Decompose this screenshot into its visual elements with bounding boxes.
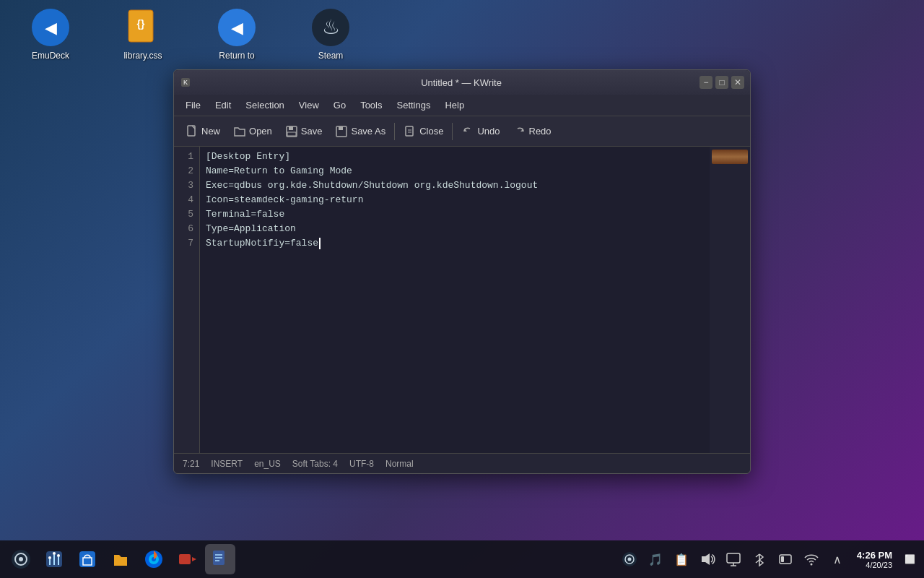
steam-label: Steam xyxy=(318,51,344,61)
tray-bluetooth[interactable] xyxy=(749,548,770,570)
editor-content[interactable]: [Desktop Entry] Name=Return to Gaming Mo… xyxy=(200,147,710,453)
close-button[interactable]: ✕ xyxy=(731,76,744,89)
editor-line-6: Type=Application xyxy=(206,222,704,236)
save-as-icon xyxy=(335,125,348,138)
svg-rect-37 xyxy=(179,554,191,564)
line-numbers: 1 2 3 4 5 6 7 xyxy=(174,147,200,453)
new-label: New xyxy=(201,126,220,137)
toolbar-separator-1 xyxy=(394,123,395,140)
menu-file[interactable]: File xyxy=(180,98,206,112)
tray-volume[interactable] xyxy=(697,548,718,570)
editor-line-4: Icon=steamdeck-gaming-return xyxy=(206,193,704,207)
svg-text:{}: {} xyxy=(137,18,145,30)
toolbar-separator-2 xyxy=(452,123,453,140)
svg-point-52 xyxy=(810,564,812,566)
save-as-button[interactable]: Save As xyxy=(329,122,391,141)
undo-button[interactable]: Undo xyxy=(456,122,505,141)
svg-text:♨: ♨ xyxy=(322,16,340,38)
clock-time: 4:26 PM xyxy=(857,550,892,561)
editor-line-2: Name=Return to Gaming Mode xyxy=(206,164,704,178)
taskbar-firefox[interactable] xyxy=(139,544,169,574)
status-indent: Soft Tabs: 4 xyxy=(292,459,338,469)
editor-line-7: StartupNotifiy=false xyxy=(206,236,704,251)
open-label: Open xyxy=(249,126,272,137)
close-doc-button[interactable]: Close xyxy=(398,122,449,141)
taskbar: 🎵 📋 xyxy=(0,540,924,578)
menu-edit[interactable]: Edit xyxy=(209,98,237,112)
menu-selection[interactable]: Selection xyxy=(240,98,289,112)
editor-container: 1 2 3 4 5 6 7 [Desktop Entry] Name=Retur… xyxy=(174,147,750,453)
undo-icon xyxy=(461,125,474,138)
close-doc-icon xyxy=(404,125,417,138)
svg-point-24 xyxy=(19,557,23,561)
taskbar-mixer[interactable] xyxy=(39,544,69,574)
new-button[interactable]: New xyxy=(180,122,226,141)
clock[interactable]: 4:26 PM 4/20/23 xyxy=(851,550,898,569)
svg-point-31 xyxy=(57,554,60,557)
new-icon xyxy=(186,125,199,138)
system-tray: 🎵 📋 xyxy=(619,548,848,570)
menu-help[interactable]: Help xyxy=(439,98,470,112)
minimap xyxy=(710,147,750,453)
open-button[interactable]: Open xyxy=(227,122,278,141)
status-position: 7:21 xyxy=(183,459,199,469)
status-locale: en_US xyxy=(254,459,281,469)
taskbar-kwrite[interactable] xyxy=(205,544,235,574)
menu-settings[interactable]: Settings xyxy=(391,98,437,112)
kwrite-window: K Untitled * — KWrite − □ ✕ File Edit Se… xyxy=(173,69,751,474)
svg-point-29 xyxy=(48,556,51,559)
desktop-icon-library-css[interactable]: {} library.css xyxy=(114,7,172,61)
desktop-icon-return-to[interactable]: ◀ Return to xyxy=(208,7,266,61)
menu-tools[interactable]: Tools xyxy=(354,98,388,112)
menu-view[interactable]: View xyxy=(293,98,325,112)
tray-display[interactable] xyxy=(723,548,744,570)
redo-button[interactable]: Redo xyxy=(507,122,557,141)
save-label: Save xyxy=(301,126,323,137)
svg-text:◀: ◀ xyxy=(231,19,243,37)
status-syntax: Normal xyxy=(385,459,414,469)
taskbar-files[interactable] xyxy=(105,544,136,574)
tray-clipboard[interactable]: 📋 xyxy=(671,548,692,570)
tray-wifi[interactable] xyxy=(801,548,822,570)
tray-audio[interactable]: 🎵 xyxy=(645,548,666,570)
taskbar-store[interactable] xyxy=(72,544,103,574)
clock-date: 4/20/23 xyxy=(857,561,892,569)
taskbar-recorder[interactable] xyxy=(172,544,202,574)
svg-text:K: K xyxy=(183,79,188,86)
save-button[interactable]: Save xyxy=(279,122,328,141)
menu-go[interactable]: Go xyxy=(328,98,352,112)
taskbar-steam-deck[interactable] xyxy=(6,544,36,574)
toolbar: New Open Save xyxy=(174,116,750,147)
redo-label: Redo xyxy=(529,126,552,137)
open-icon xyxy=(233,125,246,138)
show-desktop-button[interactable]: ⬜ xyxy=(901,548,918,570)
status-bar: 7:21 INSERT en_US Soft Tabs: 4 UTF-8 Nor… xyxy=(174,453,750,473)
tray-storage[interactable] xyxy=(775,548,796,570)
editor-line-3: Exec=qdbus org.kde.Shutdown/Shutdown org… xyxy=(206,178,704,193)
svg-point-30 xyxy=(53,552,56,555)
status-encoding: UTF-8 xyxy=(349,459,374,469)
desktop-icon-steam[interactable]: ♨ Steam xyxy=(302,7,359,61)
emudeck-label: EmuDeck xyxy=(32,51,69,61)
text-cursor xyxy=(319,238,321,249)
desktop-icon-emudeck[interactable]: ◀ EmuDeck xyxy=(22,7,79,61)
maximize-button[interactable]: □ xyxy=(715,76,728,89)
svg-text:◀: ◀ xyxy=(45,19,57,37)
close-label: Close xyxy=(419,126,443,137)
minimize-button[interactable]: − xyxy=(699,76,712,89)
svg-rect-14 xyxy=(287,132,296,136)
app-icon: K xyxy=(180,77,191,88)
svg-point-45 xyxy=(627,558,631,561)
tray-steam[interactable] xyxy=(619,548,640,570)
svg-marker-38 xyxy=(192,557,196,561)
svg-rect-51 xyxy=(781,556,784,562)
svg-marker-46 xyxy=(702,553,710,565)
menu-bar: File Edit Selection View Go Tools Settin… xyxy=(174,95,750,116)
window-controls: − □ ✕ xyxy=(699,76,744,89)
library-css-label: library.css xyxy=(123,51,162,61)
svg-rect-47 xyxy=(727,553,740,563)
tray-expand[interactable]: ∧ xyxy=(827,548,848,570)
window-title: Untitled * — KWrite xyxy=(223,77,699,88)
editor-line-1: [Desktop Entry] xyxy=(206,150,704,164)
minimap-indicator xyxy=(712,150,748,164)
